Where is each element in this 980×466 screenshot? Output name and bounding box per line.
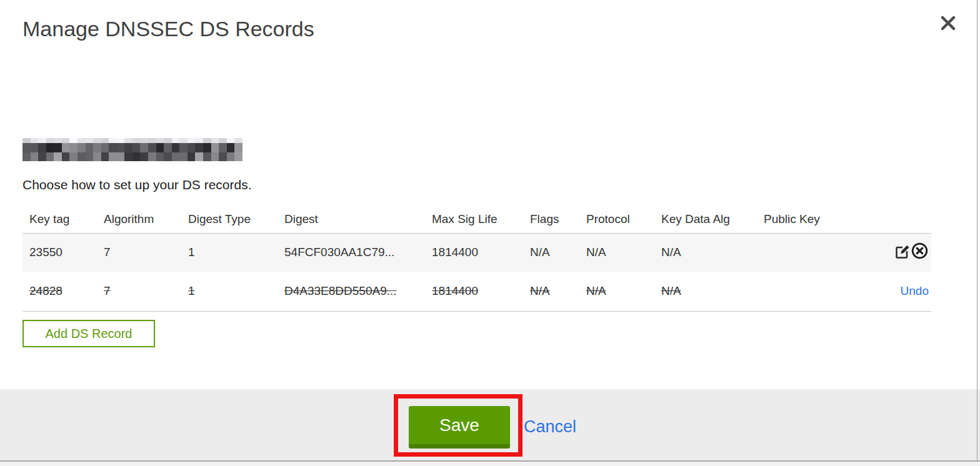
col-header-key-tag: Key tag (22, 206, 97, 233)
save-button[interactable]: Save (409, 406, 510, 449)
cell-digest: 54FCF030AA1C79... (284, 245, 394, 259)
cell-key-data-alg: N/A (661, 245, 681, 259)
cell-key-data-alg: N/A (661, 284, 681, 297)
cell-protocol: N/A (586, 284, 606, 297)
cell-algorithm: 7 (104, 284, 111, 297)
ds-records-table: Key tag Algorithm Digest Type Digest Max… (22, 206, 931, 312)
undo-link[interactable]: Undo (901, 284, 929, 297)
table-row: 23550 7 1 54FCF030AA1C79... 1814400 N/A … (22, 233, 931, 272)
col-header-key-data-alg: Key Data Alg (654, 206, 757, 233)
col-header-flags: Flags (523, 206, 579, 233)
table-row: 24828 7 1 D4A33E8DD550A9... 1814400 N/A … (22, 272, 931, 311)
table-header-row: Key tag Algorithm Digest Type Digest Max… (22, 206, 931, 233)
col-header-digest-type: Digest Type (181, 206, 278, 233)
cell-protocol: N/A (586, 245, 606, 259)
close-icon[interactable] (938, 12, 959, 34)
cell-key-tag: 23550 (29, 245, 62, 259)
redacted-domain (22, 138, 242, 161)
col-header-max-sig-life: Max Sig Life (425, 206, 523, 233)
cell-max-sig-life: 1814400 (432, 284, 478, 297)
cell-flags: N/A (530, 245, 550, 259)
subtitle-text: Choose how to set up your DS records. (22, 177, 252, 192)
col-header-public-key: Public Key (757, 206, 851, 233)
col-header-actions (851, 206, 931, 233)
cell-key-tag: 24828 (29, 284, 62, 297)
delete-record-icon[interactable] (911, 242, 929, 263)
cell-digest-type: 1 (188, 245, 195, 259)
edit-record-icon[interactable] (894, 242, 911, 262)
cancel-link[interactable]: Cancel (524, 417, 576, 437)
cell-algorithm: 7 (104, 245, 111, 259)
add-ds-record-button[interactable]: Add DS Record (22, 320, 155, 347)
cell-digest: D4A33E8DD550A9... (284, 284, 397, 297)
cell-max-sig-life: 1814400 (432, 245, 478, 259)
dnssec-ds-records-modal: Manage DNSSEC DS Records Choose how to s… (0, 0, 980, 466)
page-title: Manage DNSSEC DS Records (22, 17, 314, 41)
cell-flags: N/A (530, 284, 550, 297)
col-header-protocol: Protocol (579, 206, 654, 233)
cell-digest-type: 1 (188, 284, 195, 297)
col-header-digest: Digest (278, 206, 425, 233)
modal-right-edge (977, 0, 978, 462)
page-background-strip (0, 462, 980, 466)
col-header-algorithm: Algorithm (97, 206, 181, 233)
